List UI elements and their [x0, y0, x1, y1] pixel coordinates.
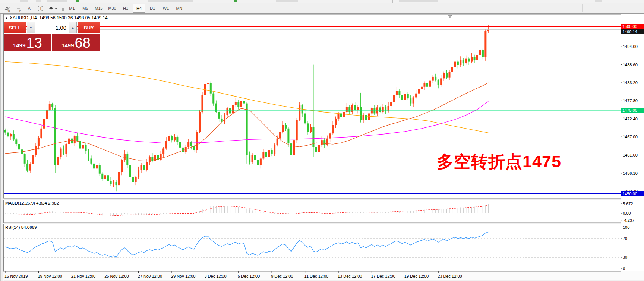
candle: [354, 105, 356, 110]
candle: [423, 83, 425, 87]
candle: [398, 91, 400, 95]
chart-text-annotation: 多空转折点1475: [437, 151, 561, 173]
collapse-icon[interactable]: ▲: [5, 16, 8, 20]
price-axis-label: 1461.60: [623, 153, 638, 157]
candle: [237, 102, 239, 107]
candle: [118, 172, 120, 185]
candle: [282, 125, 284, 132]
candle: [271, 150, 273, 154]
candle: [85, 145, 87, 151]
candle: [304, 113, 306, 123]
candle: [101, 174, 103, 179]
candle: [274, 145, 275, 154]
candle: [135, 177, 137, 182]
candle: [396, 91, 398, 95]
candle: [107, 175, 109, 181]
date-axis-label: 5 Dec 12:00: [238, 274, 260, 278]
price-axis-label: 1472.40: [623, 117, 638, 121]
bid-price-display[interactable]: 1499 13: [4, 34, 51, 51]
candle: [415, 94, 417, 98]
candle: [335, 119, 337, 125]
candle: [126, 154, 128, 165]
price-badge-1499.14: 1499.14: [621, 29, 644, 34]
price-axis-label: 1483.20: [623, 80, 638, 85]
candle: [404, 94, 406, 100]
candle: [15, 139, 17, 144]
candle: [212, 94, 214, 104]
candle: [143, 165, 145, 170]
candle: [162, 149, 164, 154]
candle: [160, 154, 162, 160]
candle: [18, 144, 20, 149]
candle: [460, 60, 461, 65]
volume-increase-button[interactable]: ▲: [69, 22, 77, 33]
candle: [279, 132, 281, 139]
price-badge-1450.00: 1450.00: [621, 191, 644, 196]
volume-input[interactable]: [35, 22, 69, 33]
candle: [132, 177, 134, 182]
candle: [243, 101, 245, 103]
candle: [74, 136, 76, 143]
candle: [454, 62, 456, 67]
candle: [240, 101, 242, 107]
candle: [138, 170, 139, 177]
candle: [235, 102, 237, 105]
candle: [171, 136, 173, 140]
candle: [318, 145, 320, 152]
candle: [449, 72, 451, 77]
candle: [43, 119, 45, 129]
candle: [165, 141, 167, 149]
chart-symbol-period: XAUUSD-,H4: [10, 15, 37, 20]
rsi-axis-label: 0: [623, 266, 625, 271]
candle: [296, 120, 298, 140]
candle: [121, 160, 123, 172]
rsi-axis-label: 70: [623, 236, 627, 241]
candle: [338, 113, 340, 118]
candle: [418, 89, 420, 94]
date-axis-label: 25 Nov 12:00: [104, 274, 129, 278]
candle: [229, 108, 231, 113]
candle: [321, 140, 323, 145]
date-axis-label: 27 Nov 12:00: [138, 274, 162, 278]
bid-price-pips: 13: [26, 35, 42, 50]
price-axis-label: 1477.80: [623, 98, 638, 103]
candle: [440, 78, 442, 85]
candle: [326, 139, 328, 145]
candle: [401, 95, 403, 100]
candle: [24, 154, 26, 164]
date-axis-label: 21 Nov 12:00: [71, 274, 95, 278]
candle: [435, 77, 436, 80]
candle: [82, 145, 84, 149]
buy-button[interactable]: BUY: [78, 22, 100, 33]
candle: [113, 182, 114, 184]
rsi-axis-label: 30: [623, 255, 627, 259]
candle: [432, 77, 434, 81]
candle: [257, 160, 259, 165]
price-badge-1500.00: 1500.00: [621, 24, 644, 29]
candle: [482, 50, 484, 57]
sell-button[interactable]: SELL: [4, 22, 26, 33]
price-axis-label: 1467.00: [623, 135, 638, 139]
candle: [4, 130, 6, 132]
candle: [249, 155, 250, 162]
candle: [446, 73, 448, 78]
candle: [323, 140, 325, 145]
candle: [187, 142, 189, 147]
mt4-window: E F A T M1M5M15M30H1H4D1W1MN ▲XAUUSD-,H4…: [0, 0, 644, 281]
candle: [463, 60, 464, 63]
candle: [465, 59, 467, 63]
candle: [471, 57, 473, 61]
candle: [141, 165, 142, 170]
volume-decrease-button[interactable]: ▼: [27, 22, 35, 33]
candle: [182, 148, 184, 152]
macd-axis-label: 0.00: [623, 211, 631, 215]
candle: [63, 149, 64, 154]
chart-title: ▲XAUUSD-,H4 1498.56 1500.36 1498.05 1499…: [5, 15, 108, 20]
ask-price-display[interactable]: 1499 68: [52, 34, 100, 51]
candle: [438, 80, 439, 85]
candle: [371, 108, 373, 113]
candle: [68, 139, 70, 144]
price-axis-label: 1488.60: [623, 63, 638, 67]
date-axis-label: 19 Nov 12:00: [38, 274, 62, 278]
date-axis-label: 9 Dec 12:00: [271, 274, 293, 278]
